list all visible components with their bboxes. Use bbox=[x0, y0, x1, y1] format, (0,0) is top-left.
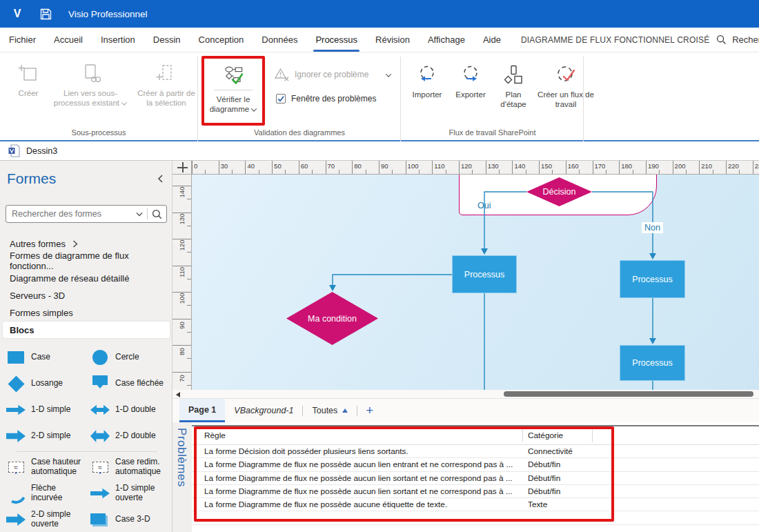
ruler-tick bbox=[187, 279, 191, 279]
problems-window-checkbox[interactable]: Fenêtre des problèmes bbox=[276, 94, 376, 104]
shape-item-1-d-simple-ouverte[interactable]: 1-D simple ouverte bbox=[90, 480, 171, 506]
stencil-serveurs-3d[interactable]: Serveurs - 3D bbox=[3, 287, 170, 304]
tab-insertion[interactable]: Insertion bbox=[92, 28, 144, 52]
ruler-tick bbox=[326, 161, 326, 174]
ruler-tick bbox=[459, 161, 460, 174]
page-tab-vbackground-1[interactable]: VBackground-1 bbox=[225, 399, 302, 422]
collapse-panel-icon[interactable] bbox=[157, 174, 164, 184]
shape-item-2-d-simple[interactable]: 2-D simple bbox=[6, 423, 87, 449]
problem-row[interactable]: La forme Diagramme de flux ne possède au… bbox=[192, 485, 759, 498]
create-subprocess-button[interactable]: Créer bbox=[10, 57, 47, 108]
scrollbar-thumb[interactable] bbox=[504, 391, 753, 397]
ruler-label: 80 bbox=[178, 344, 186, 359]
add-page-button[interactable]: + bbox=[357, 399, 382, 422]
create-from-selection-button[interactable]: Créer à partir de la sélection bbox=[134, 57, 199, 108]
shape-item-label: Case hauteur automatique bbox=[31, 457, 85, 477]
tab-affichage[interactable]: Affichage bbox=[419, 28, 474, 52]
open-1d-arrow-shape-icon bbox=[90, 483, 110, 504]
create-workflow-button[interactable]: Créer un flux de travail bbox=[537, 57, 595, 110]
ribbon-search[interactable]: Rechercher de bbox=[709, 28, 759, 52]
shape-item-case-3-d[interactable]: Case 3-D bbox=[90, 506, 171, 532]
circle-shape-icon bbox=[90, 347, 110, 368]
tab-aide[interactable]: Aide bbox=[474, 28, 510, 52]
shape-item-case-fl-ch-e[interactable]: Case fléchée bbox=[90, 371, 171, 397]
shape-item-cercle[interactable]: Cercle bbox=[90, 344, 171, 371]
import-label: Importer bbox=[413, 90, 442, 99]
process-shape-3[interactable]: Processus bbox=[620, 345, 685, 381]
ruler-label: 90 bbox=[381, 162, 388, 170]
problem-row[interactable]: La forme Diagramme de flux ne possède au… bbox=[192, 458, 759, 471]
shape-item-case[interactable]: Case bbox=[6, 344, 87, 371]
connector-label-non[interactable]: Non bbox=[642, 222, 663, 233]
group-name-validation: Validation des diagrammes bbox=[199, 128, 400, 137]
app-title: Visio Professionnel bbox=[68, 9, 148, 19]
shape-item-fl-che-incurv-e[interactable]: Flèche incurvée bbox=[6, 480, 87, 506]
chevron-down-icon[interactable] bbox=[386, 70, 392, 79]
tab-fichier[interactable]: Fichier bbox=[0, 28, 45, 52]
problem-row[interactable]: La forme Diagramme de flux ne possède au… bbox=[192, 472, 759, 485]
ruler-label: 100 bbox=[408, 162, 419, 170]
page-tab-page-1[interactable]: Page 1 bbox=[179, 399, 225, 422]
ruler-label: 140 bbox=[178, 185, 186, 200]
horizontal-ruler: 0304050607080901001101201301401501601701… bbox=[192, 161, 759, 175]
chevron-down-icon[interactable] bbox=[136, 212, 143, 217]
tab-r-vision[interactable]: Révision bbox=[366, 28, 419, 52]
tab-donn-es[interactable]: Données bbox=[253, 28, 306, 52]
tab-accueil[interactable]: Accueil bbox=[45, 28, 92, 52]
search-icon[interactable] bbox=[152, 209, 162, 219]
problem-row[interactable]: La forme Décision doit posséder plusieur… bbox=[192, 445, 759, 458]
create-workflow-icon bbox=[555, 65, 576, 86]
connector-label-oui[interactable]: Oui bbox=[477, 201, 491, 210]
shape-item-1-d-double[interactable]: 1-D double bbox=[90, 397, 171, 423]
ruler-label: 140 bbox=[514, 162, 525, 170]
arrow-box-shape-icon bbox=[90, 373, 110, 394]
create-workflow-label: Créer un flux de travail bbox=[537, 90, 595, 110]
shapes-search-input[interactable] bbox=[12, 209, 136, 219]
ruler-label: 190 bbox=[648, 162, 659, 170]
stencil-label: Blocs bbox=[10, 325, 34, 335]
ruler-tick bbox=[472, 170, 473, 174]
import-button[interactable]: Importer bbox=[407, 57, 447, 110]
tab-strip: FichierAccueilInsertionDessinConceptionD… bbox=[0, 28, 510, 52]
shape-item-case-redim-automatique[interactable]: Case redim. automatique bbox=[90, 454, 171, 480]
shape-item-label: Case redim. automatique bbox=[115, 457, 169, 477]
stencil-autres-formes[interactable]: Autres formes bbox=[3, 235, 170, 252]
all-pages-button[interactable]: Toutes bbox=[303, 399, 357, 422]
shape-item-case-hauteur-automatique[interactable]: Case hauteur automatique bbox=[6, 454, 87, 480]
step-plan-button[interactable]: Plan d'étape bbox=[494, 57, 533, 110]
column-categorie[interactable]: Catégorie bbox=[528, 431, 563, 440]
document-name[interactable]: Dessin3 bbox=[26, 146, 57, 156]
ruler-tick bbox=[579, 170, 580, 174]
scroll-left-icon[interactable] bbox=[176, 392, 180, 397]
stencil-formes-simples[interactable]: Formes simples bbox=[3, 304, 170, 321]
tab-dessin[interactable]: Dessin bbox=[144, 28, 190, 52]
stencil-diagramme-de-r-seau-d-taill[interactable]: Diagramme de réseau détaillé bbox=[3, 270, 170, 286]
stencil-formes-de-diagramme-de-flux-fonctionn[interactable]: Formes de diagramme de flux fonctionn... bbox=[3, 253, 170, 269]
shape-item-2-d-simple-ouverte[interactable]: 2-D simple ouverte bbox=[6, 506, 87, 532]
main-area: Formes Autres formesFormes de diagramme … bbox=[0, 161, 759, 532]
ignore-issue-button[interactable]: Ignorer ce problème bbox=[275, 68, 392, 81]
problem-row[interactable]: La forme Diagramme de flux ne possède au… bbox=[192, 498, 759, 511]
tab-processus[interactable]: Processus bbox=[306, 28, 366, 52]
shape-item-losange[interactable]: Losange bbox=[6, 371, 87, 397]
arrow-2d-double-shape-icon bbox=[90, 426, 110, 446]
shape-item-1-d-simple[interactable]: 1-D simple bbox=[6, 397, 87, 423]
contextual-tab[interactable]: DIAGRAMME DE FLUX FONCTIONNEL CROISÉ bbox=[521, 28, 709, 52]
tab-conception[interactable]: Conception bbox=[190, 28, 253, 52]
shape-item-2-d-double[interactable]: 2-D double bbox=[90, 423, 171, 449]
ruler-tick bbox=[187, 358, 191, 359]
problem-row-empty bbox=[192, 511, 759, 524]
save-icon[interactable] bbox=[40, 8, 52, 20]
link-subprocess-button[interactable]: Lien vers sous-processus existant bbox=[52, 57, 128, 108]
create-icon bbox=[18, 63, 39, 84]
arrow-1d-double-shape-icon bbox=[90, 400, 110, 420]
process-shape-1[interactable]: Processus bbox=[452, 255, 517, 293]
condition-label: Ma condition bbox=[308, 314, 357, 324]
drawing-surface[interactable]: Décision Processus Processus Processus M… bbox=[192, 175, 759, 390]
process-shape-2[interactable]: Processus bbox=[620, 260, 685, 298]
column-regle[interactable]: Règle bbox=[192, 431, 226, 440]
stencil-blocs[interactable]: Blocs bbox=[3, 322, 170, 338]
ruler-tick bbox=[187, 385, 191, 386]
export-button[interactable]: Exporter bbox=[451, 57, 490, 110]
ruler-label: 50 bbox=[274, 162, 282, 170]
